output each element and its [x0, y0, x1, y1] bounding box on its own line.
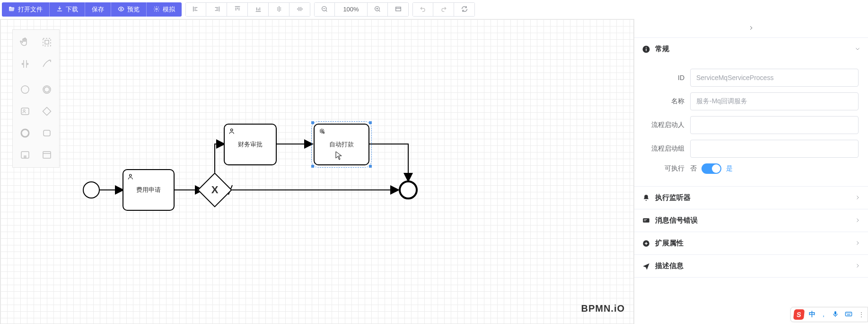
toggle-no-label: 否 [690, 164, 697, 173]
intermediate-event-palette-icon[interactable] [36, 79, 57, 100]
subprocess-palette-icon[interactable] [15, 144, 35, 165]
watermark: BPMN.iO [581, 303, 625, 314]
section-signal-head[interactable]: 消息信号错误 [634, 209, 868, 232]
field-start-user-input[interactable] [690, 116, 859, 134]
end-event-palette-icon[interactable] [15, 123, 35, 144]
primary-actions: 打开文件 下载 保存 预览 模拟 [2, 2, 182, 17]
toggle-yes-label: 是 [726, 164, 733, 173]
chevron-right-icon [855, 194, 860, 202]
zoom-group: 100% [314, 2, 409, 17]
svg-point-24 [23, 109, 25, 111]
section-general: 常规 ID 名称 流程启动人 流程启动组 [634, 38, 868, 187]
align-left-button[interactable] [185, 2, 206, 17]
main: 费用申请 X 财务审批 自动打款 [0, 19, 868, 324]
svg-point-22 [44, 87, 50, 92]
ime-logo-icon: S [793, 309, 805, 320]
start-event-node[interactable] [83, 181, 100, 198]
user-task-feiyong[interactable]: 费用申请 [123, 169, 175, 211]
zoom-in-icon [374, 5, 381, 14]
align-vcenter-icon [296, 5, 304, 14]
align-hcenter-icon [275, 5, 283, 14]
task-palette-icon[interactable] [36, 123, 57, 144]
align-right-button[interactable] [206, 2, 227, 17]
svg-rect-15 [646, 48, 647, 51]
svg-point-20 [21, 86, 29, 93]
download-button[interactable]: 下载 [49, 2, 85, 17]
executable-switch[interactable] [701, 163, 721, 174]
align-bottom-button[interactable] [248, 2, 269, 17]
user-icon [127, 173, 136, 183]
preview-button[interactable]: 预览 [111, 2, 146, 17]
ime-bar: S 中 ， ⋮ [790, 307, 868, 322]
exclusive-gateway-node[interactable]: X [202, 178, 227, 202]
task3-label: 自动打款 [329, 140, 354, 149]
simulate-label: 模拟 [163, 5, 175, 14]
svg-point-11 [231, 129, 233, 131]
task2-label: 财务审批 [238, 140, 263, 149]
undo-button[interactable] [412, 2, 433, 17]
plus-circle-icon [642, 239, 650, 248]
send-icon [642, 262, 650, 270]
svg-rect-23 [21, 108, 29, 115]
field-name-label: 名称 [644, 97, 684, 106]
svg-rect-17 [643, 218, 649, 222]
field-start-group-input[interactable] [690, 140, 859, 158]
ime-mic-icon[interactable] [832, 310, 839, 319]
zoom-fit-button[interactable] [388, 2, 409, 17]
start-event-palette-icon[interactable] [15, 79, 35, 100]
align-bottom-icon [254, 5, 262, 14]
field-start-group: 流程启动组 [644, 140, 859, 158]
ime-keyboard-icon[interactable] [844, 310, 853, 319]
simulate-button[interactable]: 模拟 [146, 2, 182, 17]
svg-rect-31 [834, 311, 836, 315]
chevron-right-icon [855, 216, 860, 225]
zoom-in-button[interactable] [367, 2, 388, 17]
zoom-out-button[interactable] [314, 2, 335, 17]
svg-rect-16 [646, 47, 647, 48]
fit-screen-icon [395, 5, 402, 14]
ime-more-icon[interactable]: ⋮ [858, 311, 865, 318]
svg-rect-25 [43, 108, 51, 116]
diagram-canvas[interactable]: 费用申请 X 财务审批 自动打款 [0, 19, 634, 324]
data-object-palette-icon[interactable] [36, 144, 57, 165]
gateway-palette-icon[interactable] [36, 101, 57, 122]
end-event-node[interactable] [399, 180, 418, 199]
align-vcenter-button[interactable] [289, 2, 310, 17]
ime-lang[interactable]: 中 [809, 310, 815, 319]
align-right-icon [213, 5, 220, 14]
open-file-button[interactable]: 打开文件 [2, 2, 49, 17]
chevron-right-icon [855, 239, 860, 247]
redo-icon [440, 5, 447, 14]
user-task-caiwu[interactable]: 财务审批 [224, 124, 277, 165]
align-hcenter-button[interactable] [269, 2, 289, 17]
section-signal-label: 消息信号错误 [655, 216, 698, 225]
section-signal: 消息信号错误 [634, 209, 868, 232]
panel-collapse-toggle[interactable] [634, 19, 868, 38]
service-task-dakuan[interactable]: 自动打款 [314, 124, 369, 165]
connectors [0, 19, 633, 324]
connect-tool-icon[interactable] [36, 54, 57, 74]
field-name-input[interactable] [690, 92, 859, 110]
section-listener-head[interactable]: 执行监听器 [634, 187, 868, 209]
task1-label: 费用申请 [136, 186, 161, 194]
hand-tool-icon[interactable] [15, 32, 35, 53]
chevron-right-icon [748, 25, 754, 32]
space-tool-icon[interactable] [15, 54, 35, 74]
field-start-user: 流程启动人 [644, 116, 859, 134]
align-top-button[interactable] [227, 2, 248, 17]
save-label: 保存 [92, 5, 104, 14]
user-task-palette-icon[interactable] [15, 101, 35, 122]
section-ext-head[interactable]: 扩展属性 [634, 232, 868, 254]
svg-point-1 [156, 8, 158, 10]
lasso-tool-icon[interactable] [36, 32, 57, 53]
refresh-icon [461, 5, 468, 14]
redo-button[interactable] [433, 2, 454, 17]
field-id-input[interactable] [690, 69, 859, 87]
save-button[interactable]: 保存 [85, 2, 111, 17]
section-desc: 描述信息 [634, 255, 868, 278]
refresh-button[interactable] [454, 2, 475, 17]
section-general-head[interactable]: 常规 [634, 38, 868, 60]
field-id-label: ID [644, 74, 684, 81]
section-desc-head[interactable]: 描述信息 [634, 255, 868, 277]
folder-open-icon [9, 6, 15, 13]
